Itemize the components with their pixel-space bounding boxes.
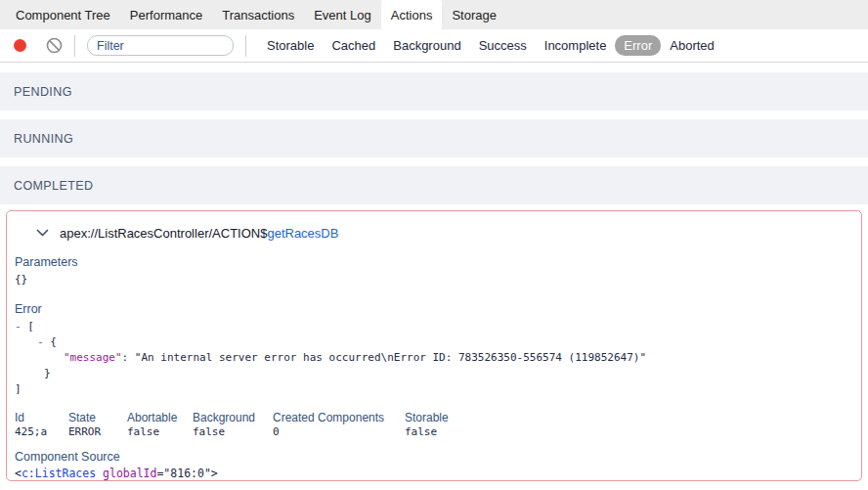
main-tab-bar: Component Tree Performance Transactions … [0,0,868,29]
filter-chip-group: Storable Cached Background Success Incom… [258,35,723,56]
filter-input[interactable] [87,35,234,56]
json-line-close-object: } [15,366,853,381]
json-brace: } [44,367,51,379]
table-row: 425;a ERROR false false 0 false [15,425,455,438]
json-separator: : [122,351,135,364]
cell-storable: false [405,425,455,438]
json-line-message: "message": "An internal server error has… [15,350,853,366]
cell-id: 425;a [15,425,68,438]
table-header-row: Id State Abortable Background Created Co… [15,411,455,425]
error-json-tree: - [ - { "message": "An internal server e… [15,319,853,397]
json-bracket: ] [15,382,22,395]
source-close-bracket: > [211,467,218,480]
tab-performance[interactable]: Performance [120,0,212,29]
cell-state: ERROR [68,425,127,438]
section-completed[interactable]: COMPLETED [0,166,868,204]
filter-chip-storable[interactable]: Storable [258,35,323,56]
parameters-label: Parameters [15,255,853,269]
source-tag-name[interactable]: c:ListRaces [22,467,96,480]
component-source-label: Component Source [15,450,853,464]
source-attr-value: "816:0" [163,467,210,480]
filter-chip-background[interactable]: Background [384,35,469,56]
collapse-toggle[interactable]: - [37,335,44,348]
json-brace: { [50,335,57,348]
source-attr-name: globalId [96,467,156,480]
filter-chip-success[interactable]: Success [470,35,536,56]
tab-event-log[interactable]: Event Log [304,0,381,29]
json-bracket: [ [27,320,34,333]
toolbar-divider [74,35,75,57]
action-details-table: Id State Abortable Background Created Co… [15,411,455,438]
section-running[interactable]: RUNNING [0,119,868,157]
chevron-down-icon[interactable] [36,229,49,238]
cell-background: false [193,425,273,438]
column-header-storable: Storable [405,411,455,425]
collapse-toggle[interactable]: - [15,320,22,333]
column-header-id: Id [15,411,68,425]
clear-icon[interactable] [46,37,63,54]
json-line-close-array: ] [15,381,853,397]
column-header-abortable: Abortable [127,411,193,425]
json-line-open-object: - { [15,334,853,350]
cell-abortable: false [127,425,193,438]
json-key: "message" [64,351,122,364]
action-card: apex://ListRacesController/ACTION$getRac… [6,210,862,481]
column-header-state: State [68,411,127,425]
filter-chip-cached[interactable]: Cached [323,35,384,56]
filter-chip-incomplete[interactable]: Incomplete [536,35,616,56]
json-value: "An internal server error has occurred\n… [135,351,646,364]
tab-actions[interactable]: Actions [381,0,443,29]
error-label: Error [15,302,853,316]
toolbar-divider [245,35,246,57]
component-source-code: <c:ListRaces globalId="816:0"> [15,466,853,481]
source-open-bracket: < [15,467,22,480]
tab-component-tree[interactable]: Component Tree [6,0,120,29]
action-name-link[interactable]: getRacesDB [267,226,338,241]
action-card-header[interactable]: apex://ListRacesController/ACTION$getRac… [15,217,853,241]
record-icon[interactable] [14,39,26,52]
json-line-open-array: - [ [15,319,853,334]
column-header-background: Background [193,411,273,425]
filter-chip-error[interactable]: Error [615,35,661,56]
tab-storage[interactable]: Storage [442,0,506,29]
filter-chip-aborted[interactable]: Aborted [661,35,723,56]
column-header-created-components: Created Components [273,411,405,425]
action-title: apex://ListRacesController/ACTION$getRac… [60,226,338,241]
tab-transactions[interactable]: Transactions [212,0,304,29]
action-title-prefix: apex://ListRacesController/ACTION$ [60,226,267,241]
actions-toolbar: Storable Cached Background Success Incom… [0,29,868,63]
cell-created-components: 0 [273,425,405,438]
parameters-value: {} [15,272,853,288]
section-pending[interactable]: PENDING [0,72,868,111]
